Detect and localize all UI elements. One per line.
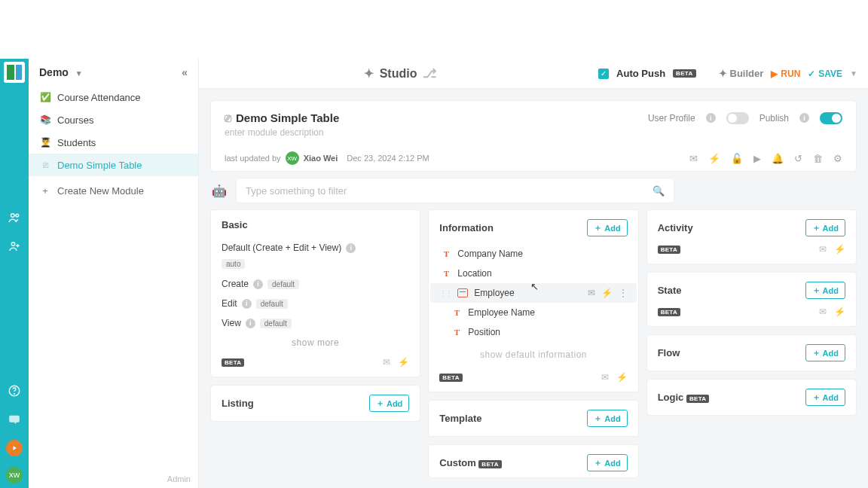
basic-default-row[interactable]: Default (Create + Edit + View)i [222, 238, 409, 258]
card-title: Listing [222, 398, 254, 409]
bolt-icon[interactable]: ⚡ [834, 244, 845, 255]
help-icon[interactable] [6, 383, 23, 399]
custom-card: Custom BETA ＋ Add [429, 445, 637, 477]
sidebar-create-module[interactable]: ＋Create New Module [29, 179, 198, 202]
lock-icon[interactable]: 🔓 [731, 153, 743, 164]
field-employee-name[interactable]: TEmployee Name [439, 303, 627, 322]
mail-icon[interactable]: ✉ [689, 153, 698, 164]
bolt-icon[interactable]: ⚡ [398, 357, 409, 368]
sidebar-item-courses[interactable]: 📚Courses [29, 108, 198, 131]
bolt-icon[interactable]: ⚡ [708, 153, 720, 164]
workspace-name[interactable]: Demo ▼ [39, 66, 83, 78]
add-user-icon[interactable] [6, 238, 23, 255]
caret-down-icon: ▼ [73, 69, 83, 78]
users-icon[interactable] [6, 209, 23, 226]
text-field-icon: T [441, 249, 451, 259]
bolt-icon[interactable]: ⚡ [834, 307, 845, 317]
add-button[interactable]: ＋ Add [805, 219, 845, 236]
play-icon[interactable]: ▶ [753, 153, 761, 164]
studio-label: Studio [380, 67, 417, 81]
info-icon[interactable]: i [242, 299, 252, 309]
group-field-icon [457, 288, 468, 297]
beta-badge: BETA [658, 308, 680, 316]
sidebar-item-label: Courses [57, 114, 93, 126]
publish-toggle[interactable] [820, 112, 842, 124]
branch-icon[interactable]: ⎇ [423, 66, 436, 81]
logic-card: Logic BETA＋ Add [647, 380, 856, 415]
add-button[interactable]: ＋ Add [805, 389, 845, 406]
show-default-info-button[interactable]: show default information [439, 342, 627, 368]
sliders-icon: ⎚ [39, 159, 51, 171]
listing-card: Listing ＋ Add [211, 386, 420, 421]
show-more-button[interactable]: show more [222, 333, 409, 352]
sidebar-item-students[interactable]: 👨‍🎓Students [29, 131, 198, 154]
mail-icon[interactable]: ✉ [819, 307, 827, 317]
card-title: Flow [658, 347, 680, 358]
mail-icon[interactable]: ✉ [819, 244, 827, 255]
basic-view-row[interactable]: Viewidefault [222, 313, 409, 333]
save-dropdown-icon[interactable]: ▼ [850, 69, 857, 78]
field-company-name[interactable]: TCompany Name [439, 244, 627, 264]
app-rail: XW [0, 59, 29, 488]
sidebar-item-demo-simple-table[interactable]: ⎚Demo Simple Table [29, 154, 198, 176]
field-employee[interactable]: ⋮⋮ Employee ✉⚡⋮ [430, 283, 636, 303]
info-icon[interactable]: i [253, 279, 263, 289]
basic-create-row[interactable]: Createidefault [222, 274, 409, 294]
info-icon[interactable]: i [246, 319, 255, 328]
information-card: Information ＋ Add TCompany Name TLocatio… [429, 210, 637, 392]
tools-icon: ✦ [719, 68, 727, 79]
run-button[interactable]: ▶RUN [771, 69, 800, 79]
sliders-icon: ⎚ [225, 111, 231, 124]
save-button[interactable]: ✓SAVE [808, 69, 842, 79]
add-button[interactable]: ＋ Add [587, 410, 627, 427]
autopush-checkbox[interactable]: ✓ [598, 69, 609, 79]
activity-card: Activity＋ Add BETA✉⚡ [647, 210, 856, 264]
mail-icon[interactable]: ✉ [383, 357, 390, 368]
bolt-icon[interactable]: ⚡ [616, 372, 628, 383]
bolt-icon[interactable]: ⚡ [601, 288, 613, 298]
filter-input[interactable]: Type something to filter 🔍 [237, 178, 674, 203]
add-button[interactable]: ＋ Add [805, 282, 845, 299]
info-icon[interactable]: i [346, 243, 356, 253]
module-description[interactable]: enter module description [225, 127, 842, 138]
drag-handle-icon[interactable]: ⋮⋮ [439, 289, 451, 297]
card-title: Activity [658, 222, 693, 233]
info-icon[interactable]: i [706, 113, 716, 123]
trash-icon[interactable]: 🗑 [813, 153, 823, 164]
field-location[interactable]: TLocation [439, 264, 627, 283]
add-button[interactable]: ＋ Add [587, 219, 627, 236]
beta-badge: BETA [686, 395, 709, 403]
history-icon[interactable]: ↺ [794, 153, 802, 164]
builder-button[interactable]: ✦Builder [719, 68, 764, 79]
beta-badge: BETA [658, 246, 680, 254]
sidebar-item-course-attendance[interactable]: ✅Course Attendance [29, 86, 198, 108]
field-position[interactable]: TPosition [439, 322, 627, 342]
more-icon[interactable]: ⋮ [619, 288, 628, 298]
play-icon[interactable] [6, 440, 23, 456]
user-profile-toggle[interactable] [726, 112, 749, 124]
avatar[interactable]: XW [6, 467, 23, 483]
add-button[interactable]: ＋ Add [587, 454, 627, 471]
mail-icon[interactable]: ✉ [588, 288, 595, 298]
gear-icon[interactable]: ⚙ [833, 153, 842, 164]
collapse-icon[interactable]: « [182, 66, 188, 78]
card-title: Basic [222, 219, 248, 230]
autopush-label: Auto Push [616, 68, 665, 79]
play-icon: ▶ [771, 69, 778, 79]
state-card: State＋ Add BETA✉⚡ [647, 273, 856, 326]
logo-icon[interactable] [4, 62, 25, 83]
ai-icon[interactable]: 🤖 [211, 182, 228, 199]
card-title: State [658, 285, 682, 296]
student-icon: 👨‍🎓 [39, 136, 51, 148]
add-button[interactable]: ＋ Add [805, 344, 845, 361]
updated-by-name: Xiao Wei [304, 154, 338, 163]
page-title: Demo Simple Table [236, 111, 339, 124]
text-field-icon: T [441, 268, 451, 279]
discord-icon[interactable] [6, 411, 23, 428]
basic-edit-row[interactable]: Editidefault [222, 294, 409, 313]
add-button[interactable]: ＋ Add [369, 395, 409, 412]
mail-icon[interactable]: ✉ [601, 372, 609, 383]
info-icon[interactable]: i [799, 113, 809, 123]
card-title: Template [439, 413, 481, 424]
bell-icon[interactable]: 🔔 [772, 153, 784, 164]
